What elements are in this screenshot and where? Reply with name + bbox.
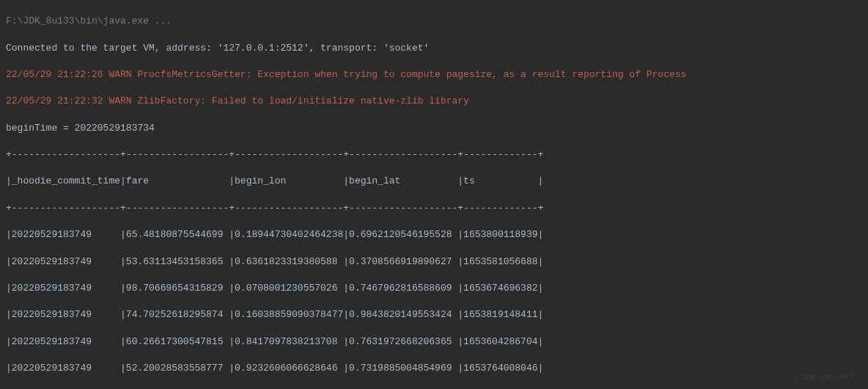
table-header: |_hoodie_commit_time|fare |begin_lon |be… xyxy=(6,175,862,188)
connected-message: Connected to the target VM, address: '12… xyxy=(6,42,862,55)
warn-line-2: 22/05/29 21:22:32 WARN ZlibFactory: Fail… xyxy=(6,95,862,108)
begin-time: beginTime = 20220529183734 xyxy=(6,122,862,135)
warn-line-1: 22/05/29 21:22:26 WARN ProcfsMetricsGett… xyxy=(6,68,862,81)
watermark: CSDN @NC_NET xyxy=(795,372,853,383)
table-row: |20220529183749 |53.63113453158365 |0.63… xyxy=(6,255,862,269)
table-row: |20220529183749 |98.70669654315829 |0.07… xyxy=(6,282,862,295)
table-row: |20220529183749 |65.48180875544699 |0.18… xyxy=(6,228,862,241)
console-output: F:\JDK_8u133\bin\java.exe ... Connected … xyxy=(0,0,868,389)
table-separator-mid: +-------------------+------------------+… xyxy=(6,202,862,215)
table-row: |20220529183749 |74.70252618295874 |0.16… xyxy=(6,308,862,321)
table-row: |20220529183749 |52.20028583558777 |0.92… xyxy=(6,362,862,375)
table-separator-top: +-------------------+------------------+… xyxy=(6,148,862,161)
java-exe-path: F:\JDK_8u133\bin\java.exe ... xyxy=(6,15,862,28)
table-row: |20220529183749 |60.26617300547815 |0.84… xyxy=(6,335,862,349)
